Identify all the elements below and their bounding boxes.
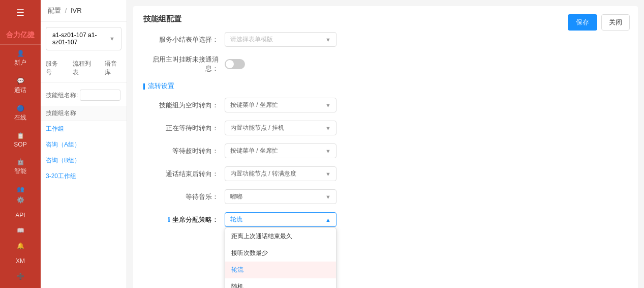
sidebar-label: 智能: [14, 167, 26, 176]
sidebar-label: 新户: [14, 59, 26, 67]
tab-flow-list[interactable]: 流程列表: [68, 55, 100, 82]
sidebar-item-book[interactable]: 📖: [0, 223, 41, 238]
seat-strategy-value: 轮流: [230, 215, 242, 224]
sidebar-item-customer[interactable]: 👥 客户: [0, 181, 41, 192]
enable-hangup-toggle[interactable]: [225, 59, 245, 69]
sidebar: ☰ 合力亿捷 👤 新户 💬 通话 🔵 在线 📋 SOP 🤖 智能 👥 客户: [0, 0, 41, 288]
main-inner: 技能组配置 保存 关闭 服务小结表单选择： 请选择表单模版 ▼ 启用主叫挂断未接…: [133, 6, 638, 288]
list-item-work-group[interactable]: 工作组: [41, 121, 127, 137]
xm-label: XM: [16, 257, 25, 265]
skill-group-name-input[interactable]: [80, 90, 120, 101]
skill-group-idle-select[interactable]: 按键菜单 / 坐席忙 ▼: [225, 98, 336, 112]
close-button[interactable]: 关闭: [601, 14, 630, 31]
add-icon: ➕: [17, 273, 24, 280]
wait-timeout-chevron-icon: ▼: [325, 148, 331, 154]
sidebar-item-settings[interactable]: ⚙️: [0, 192, 41, 208]
breadcrumb-part1: 配置: [48, 7, 61, 14]
list-item-consult-a[interactable]: 咨询（A组）: [41, 137, 127, 153]
list-item-3-20-work[interactable]: 3-20工作组: [41, 168, 127, 184]
settings-icon: ⚙️: [17, 196, 24, 204]
tab-service-number[interactable]: 服务号: [41, 55, 68, 82]
call-end-select[interactable]: 内置功能节点 / 转满意度 ▼: [225, 166, 336, 181]
waiting-transfer-chevron-icon: ▼: [325, 125, 331, 131]
sidebar-item-add[interactable]: ➕: [0, 269, 41, 284]
enable-hangup-label: 启用主叫挂断未接通消息：: [143, 55, 225, 73]
wait-music-select[interactable]: 嘟嘟 ▼: [225, 189, 336, 204]
main-content: 技能组配置 保存 关闭 服务小结表单选择： 请选择表单模版 ▼ 启用主叫挂断未接…: [127, 0, 644, 288]
seat-strategy-label: 坐席分配策略：: [172, 215, 219, 224]
enable-hangup-row: 启用主叫挂断未接通消息：: [143, 55, 628, 73]
seat-strategy-chevron-icon: ▲: [325, 217, 331, 223]
sidebar-nav: 👤 新户 💬 通话 🔵 在线 📋 SOP 🤖 智能 👥 客户 📝 工单 📡: [0, 45, 41, 192]
sidebar-label: 通话: [14, 86, 26, 95]
skill-group-idle-row: 技能组为空时转向： 按键菜单 / 坐席忙 ▼: [143, 98, 628, 112]
wait-timeout-value: 按键菜单 / 坐席忙: [230, 147, 278, 155]
tenant-value: a1-sz01-107 a1-sz01-107: [52, 32, 109, 46]
online-icon: 🔵: [17, 105, 24, 112]
user-icon: 👤: [17, 50, 24, 57]
list-section: 技能组名称 工作组 咨询（A组） 咨询（B组） 3-20工作组: [41, 104, 127, 186]
call-end-value: 内置功能节点 / 转满意度: [230, 169, 296, 178]
tab-voice-library[interactable]: 语音库: [100, 55, 127, 82]
sidebar-item-new-user[interactable]: 👤 新户: [0, 45, 41, 72]
tab-bar: 服务号 流程列表 语音库: [41, 55, 127, 82]
tenant-dropdown[interactable]: a1-sz01-107 a1-sz01-107 ▼: [46, 27, 121, 50]
sidebar-bottom: ⚙️ API 📖 🔔 XM ➕: [0, 192, 41, 288]
sidebar-item-smart[interactable]: 🤖 智能: [0, 153, 41, 181]
wait-timeout-row: 等待超时转向： 按键菜单 / 坐席忙 ▼: [143, 143, 628, 158]
wait-music-value: 嘟嘟: [230, 192, 242, 201]
wait-music-row: 等待音乐： 嘟嘟 ▼: [143, 189, 628, 204]
waiting-transfer-row: 正在等待时转向： 内置功能节点 / 挂机 ▼: [143, 121, 628, 135]
sidebar-item-sop[interactable]: 📋 SOP: [0, 127, 41, 153]
sidebar-item-xm[interactable]: XM: [0, 253, 41, 269]
book-icon: 📖: [17, 227, 24, 234]
wait-music-chevron-icon: ▼: [325, 194, 331, 200]
service-summary-row: 服务小结表单选择： 请选择表单模版 ▼: [143, 32, 628, 47]
service-summary-select[interactable]: 请选择表单模版 ▼: [225, 32, 336, 47]
sop-icon: 📋: [17, 132, 24, 139]
wait-music-label: 等待音乐：: [143, 192, 225, 201]
wait-timeout-label: 等待超时转向：: [143, 147, 225, 156]
sidebar-label: 在线: [14, 113, 26, 122]
page-title: 技能组配置: [143, 14, 628, 24]
sidebar-item-api[interactable]: API: [0, 208, 41, 223]
second-panel: 配置 / IVR a1-sz01-107 a1-sz01-107 ▼ 服务号 流…: [41, 0, 127, 288]
dropdown-option-random[interactable]: 随机: [225, 278, 336, 288]
dropdown-option-fewest-calls[interactable]: 接听次数最少: [225, 245, 336, 262]
brand-name: 合力亿捷: [4, 31, 37, 39]
seat-strategy-select[interactable]: 轮流 ▲: [225, 212, 336, 227]
tenant-chevron-icon: ▼: [109, 36, 115, 42]
toggle-knob: [226, 60, 234, 68]
breadcrumb-sep: /: [65, 7, 67, 14]
api-label: API: [15, 212, 25, 219]
sidebar-item-bell[interactable]: 🔔: [0, 238, 41, 253]
waiting-transfer-label: 正在等待时转向：: [143, 124, 225, 133]
dropdown-option-round-robin[interactable]: 轮流: [225, 262, 336, 278]
list-header: 技能组名称: [41, 106, 127, 121]
breadcrumb: 配置 / IVR: [41, 0, 127, 22]
skill-group-idle-label: 技能组为空时转向：: [143, 101, 225, 110]
service-summary-placeholder: 请选择表单模版: [230, 35, 273, 44]
flow-settings-title[interactable]: 流转设置: [143, 81, 628, 91]
sidebar-item-call[interactable]: 💬 通话: [0, 72, 41, 100]
call-icon: 💬: [17, 77, 24, 84]
smart-icon: 🤖: [17, 158, 24, 165]
call-end-chevron-icon: ▼: [325, 171, 331, 177]
customer-icon: 👥: [17, 186, 24, 192]
sidebar-item-online[interactable]: 🔵 在线: [0, 100, 41, 127]
seat-strategy-label-container: ℹ 坐席分配策略：: [143, 215, 225, 224]
hamburger-icon[interactable]: ☰: [16, 7, 24, 18]
breadcrumb-part2: IVR: [71, 7, 82, 14]
wait-timeout-select[interactable]: 按键菜单 / 坐席忙 ▼: [225, 143, 336, 158]
skill-group-idle-chevron-icon: ▼: [325, 102, 331, 108]
list-item-consult-b[interactable]: 咨询（B组）: [41, 153, 127, 168]
top-actions: 保存 关闭: [568, 14, 630, 31]
waiting-transfer-select[interactable]: 内置功能节点 / 挂机 ▼: [225, 121, 336, 135]
dropdown-option-longest-idle[interactable]: 距离上次通话结束最久: [225, 228, 336, 245]
seat-strategy-dropdown: 距离上次通话结束最久 接听次数最少 轮流 随机: [225, 227, 336, 288]
call-end-label: 通话结束后转向：: [143, 169, 225, 179]
save-button[interactable]: 保存: [568, 14, 597, 31]
skill-group-name-label: 技能组名称:: [46, 91, 78, 100]
skill-group-name-row: 技能组名称:: [41, 87, 127, 104]
skill-group-idle-value: 按键菜单 / 坐席忙: [230, 101, 278, 109]
